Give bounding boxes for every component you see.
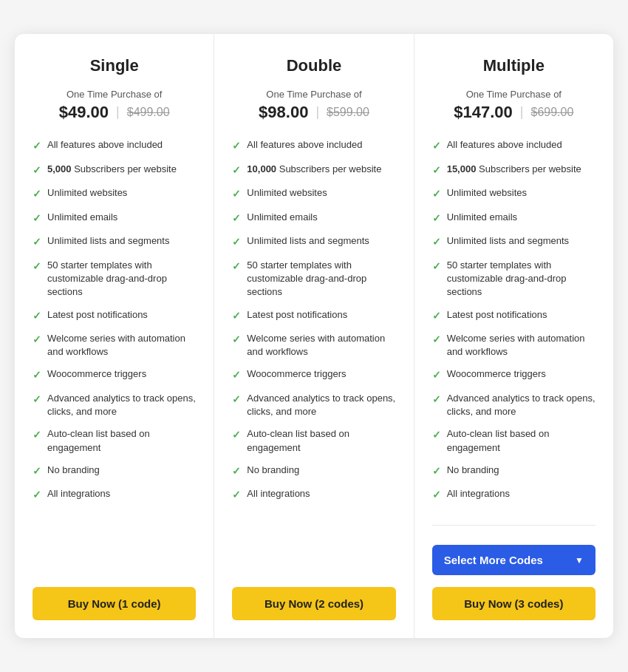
feature-text: Unlimited lists and segments — [447, 234, 569, 248]
feature-text: Advanced analytics to track opens, click… — [447, 392, 595, 418]
feature-text: Unlimited websites — [447, 186, 527, 200]
list-item: ✓5,000 Subscribers per website — [33, 163, 196, 178]
plan-card-multiple: MultipleOne Time Purchase of$147.00|$699… — [414, 34, 613, 638]
list-item: ✓Welcome series with automation and work… — [33, 332, 196, 359]
feature-text: Advanced analytics to track opens, click… — [247, 392, 395, 418]
feature-text: Unlimited websites — [247, 186, 327, 200]
list-item: ✓Unlimited emails — [33, 211, 196, 226]
select-codes-wrapper-multiple: Select More Codes▼ — [432, 545, 595, 575]
list-item: ✓50 starter templates with customizable … — [33, 259, 196, 299]
check-icon: ✓ — [232, 428, 241, 443]
list-item: ✓All features above included — [33, 138, 196, 154]
list-item: ✓15,000 Subscribers per website — [432, 163, 595, 178]
list-item: ✓Auto-clean list based on engagement — [33, 427, 196, 454]
plan-title-double: Double — [232, 56, 395, 75]
list-item: ✓Unlimited lists and segments — [232, 234, 395, 250]
check-icon: ✓ — [232, 464, 241, 479]
check-icon: ✓ — [432, 464, 441, 479]
plan-title-single: Single — [33, 56, 196, 75]
check-icon: ✓ — [232, 333, 241, 347]
list-item: ✓Unlimited lists and segments — [33, 234, 196, 250]
check-icon: ✓ — [432, 488, 441, 503]
list-item: ✓Auto-clean list based on engagement — [432, 427, 595, 454]
list-item: ✓Unlimited websites — [432, 186, 595, 202]
feature-text: Latest post notifications — [47, 308, 148, 322]
select-more-codes-button[interactable]: Select More Codes▼ — [432, 545, 595, 575]
feature-text: 50 starter templates with customizable d… — [47, 259, 196, 299]
check-icon: ✓ — [33, 211, 41, 226]
feature-text: Auto-clean list based on engagement — [447, 427, 595, 454]
check-icon: ✓ — [232, 211, 241, 226]
list-item: ✓Welcome series with automation and work… — [232, 332, 395, 359]
list-item: ✓No branding — [432, 464, 595, 479]
feature-text: Auto-clean list based on engagement — [47, 427, 196, 454]
features-list-multiple: ✓All features above included✓15,000 Subs… — [432, 138, 595, 512]
feature-text: All features above included — [247, 138, 362, 152]
feature-text: Unlimited lists and segments — [47, 234, 169, 248]
list-item: ✓50 starter templates with customizable … — [432, 259, 595, 299]
feature-text: Latest post notifications — [247, 308, 347, 322]
check-icon: ✓ — [432, 187, 441, 202]
plan-title-multiple: Multiple — [432, 56, 595, 75]
feature-text: Auto-clean list based on engagement — [247, 427, 395, 454]
feature-text: 5,000 Subscribers per website — [47, 163, 177, 176]
feature-text: 10,000 Subscribers per website — [247, 163, 381, 176]
feature-text: Woocommerce triggers — [247, 367, 346, 381]
plan-price-current-multiple: $147.00 — [454, 103, 513, 122]
check-icon: ✓ — [232, 309, 241, 324]
list-item: ✓Latest post notifications — [232, 308, 395, 324]
check-icon: ✓ — [432, 368, 441, 383]
list-item: ✓No branding — [33, 464, 196, 479]
list-item: ✓Woocommerce triggers — [33, 367, 196, 383]
check-icon: ✓ — [232, 259, 241, 274]
plan-price-original-single: $499.00 — [127, 106, 170, 119]
list-item: ✓Woocommerce triggers — [432, 367, 595, 383]
plan-price-block-single: One Time Purchase of$49.00|$499.00 — [33, 89, 196, 122]
feature-text: Unlimited websites — [47, 186, 127, 200]
list-item: ✓Woocommerce triggers — [232, 367, 395, 383]
list-item: ✓All integrations — [232, 487, 395, 503]
feature-text: Welcome series with automation and workf… — [447, 332, 595, 359]
feature-text: All integrations — [47, 487, 110, 500]
list-item: ✓Unlimited websites — [232, 186, 395, 202]
list-item: ✓All integrations — [432, 487, 595, 503]
list-item: ✓Unlimited lists and segments — [432, 234, 595, 250]
plan-price-current-single: $49.00 — [59, 103, 109, 122]
buy-button-double[interactable]: Buy Now (2 codes) — [232, 587, 395, 620]
check-icon: ✓ — [33, 309, 41, 324]
check-icon: ✓ — [33, 488, 41, 503]
check-icon: ✓ — [232, 139, 241, 154]
plan-card-double: DoubleOne Time Purchase of$98.00|$599.00… — [214, 34, 414, 638]
check-icon: ✓ — [432, 163, 441, 178]
feature-text: 15,000 Subscribers per website — [447, 163, 581, 176]
feature-text: 50 starter templates with customizable d… — [247, 259, 395, 299]
feature-text: Unlimited lists and segments — [247, 234, 369, 248]
check-icon: ✓ — [432, 211, 441, 226]
list-item: ✓10,000 Subscribers per website — [232, 163, 395, 178]
buy-button-multiple[interactable]: Buy Now (3 codes) — [432, 587, 595, 620]
feature-text: All integrations — [447, 487, 510, 500]
buy-button-single[interactable]: Buy Now (1 code) — [33, 587, 196, 620]
plan-price-label-single: One Time Purchase of — [33, 89, 196, 100]
list-item: ✓Latest post notifications — [33, 308, 196, 324]
check-icon: ✓ — [432, 393, 441, 407]
chevron-down-icon: ▼ — [575, 555, 584, 566]
feature-text: Welcome series with automation and workf… — [47, 332, 196, 359]
plan-price-divider-double: | — [315, 104, 319, 120]
feature-text: Unlimited emails — [47, 211, 117, 224]
feature-text: Unlimited emails — [447, 211, 517, 224]
feature-text: Woocommerce triggers — [47, 367, 146, 381]
list-item: ✓Unlimited websites — [33, 186, 196, 202]
check-icon: ✓ — [33, 368, 41, 383]
features-list-single: ✓All features above included✓5,000 Subsc… — [33, 138, 196, 575]
check-icon: ✓ — [33, 163, 41, 178]
feature-text: Unlimited emails — [247, 211, 317, 224]
list-item: ✓All features above included — [432, 138, 595, 154]
feature-text: All features above included — [447, 138, 562, 152]
plan-price-row-double: $98.00|$599.00 — [232, 103, 395, 122]
features-list-double: ✓All features above included✓10,000 Subs… — [232, 138, 395, 575]
check-icon: ✓ — [33, 393, 41, 407]
plan-price-block-double: One Time Purchase of$98.00|$599.00 — [232, 89, 395, 122]
feature-text: Latest post notifications — [447, 308, 547, 322]
plan-card-single: SingleOne Time Purchase of$49.00|$499.00… — [15, 34, 214, 638]
